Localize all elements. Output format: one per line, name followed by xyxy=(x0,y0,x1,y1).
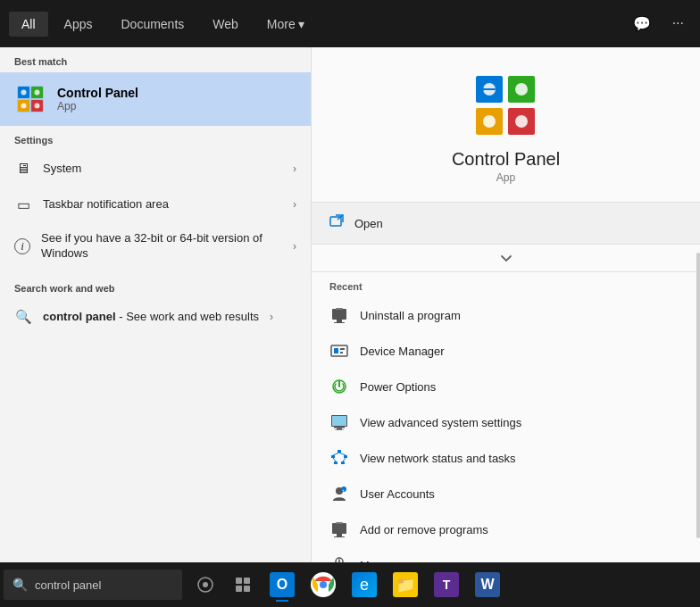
svg-rect-35 xyxy=(331,455,335,458)
best-match-title: Control Panel xyxy=(57,86,138,100)
settings-item-system-label: System xyxy=(43,162,282,177)
taskbar-app-teams[interactable]: T xyxy=(427,565,466,604)
svg-rect-46 xyxy=(332,523,346,534)
search-action: See work and web results xyxy=(126,310,259,323)
taskbar-app-outlook[interactable]: O xyxy=(262,565,302,604)
search-work-section: Search work and web 🔍 control panel - Se… xyxy=(0,274,311,335)
right-panel-wrapper: Control Panel App Open xyxy=(311,47,700,580)
svg-rect-24 xyxy=(331,345,347,356)
open-label: Open xyxy=(354,217,383,230)
svg-rect-62 xyxy=(236,586,242,592)
chevron-right-icon-3: › xyxy=(293,240,296,253)
taskbar-search-text: control panel xyxy=(35,578,101,592)
taskbar-search-button[interactable] xyxy=(188,567,223,603)
best-match-item[interactable]: Control Panel App xyxy=(0,72,311,126)
tab-more[interactable]: More ▾ xyxy=(254,12,317,37)
svg-point-65 xyxy=(320,581,327,588)
feedback-icon[interactable]: 💬 xyxy=(626,12,658,36)
svg-rect-22 xyxy=(337,320,342,322)
taskbar-app-word[interactable]: W xyxy=(468,565,507,604)
system-icon: 🖥 xyxy=(14,160,32,178)
recent-item-power-options-label: Power Options xyxy=(360,380,436,394)
recent-item-uninstall-label: Uninstall a program xyxy=(360,309,461,322)
svg-rect-26 xyxy=(340,348,345,350)
search-icon: 🔍 xyxy=(14,308,32,326)
tab-web[interactable]: Web xyxy=(200,12,251,37)
device-manager-icon xyxy=(329,341,349,361)
tab-documents[interactable]: Documents xyxy=(108,12,196,37)
search-work-item[interactable]: 🔍 control panel - See work and web resul… xyxy=(0,299,311,335)
taskbar-icon: ▭ xyxy=(14,195,32,213)
cp-big-icon xyxy=(474,74,538,138)
taskbar-app-edge[interactable]: e xyxy=(345,565,384,604)
top-nav: All Apps Documents Web More ▾ 💬 ··· xyxy=(0,0,700,47)
uninstall-icon xyxy=(329,305,349,325)
svg-point-7 xyxy=(21,104,27,109)
settings-items: 🖥 System › ▭ Taskbar notification area ›… xyxy=(0,151,311,270)
taskbar-taskview-button[interactable] xyxy=(225,567,261,603)
svg-rect-27 xyxy=(340,352,343,353)
recent-item-add-remove-label: Add or remove programs xyxy=(360,523,488,536)
recent-item-advanced-system[interactable]: View advanced system settings xyxy=(312,404,700,440)
recent-item-network-status-label: View network status and tasks xyxy=(360,452,516,465)
settings-item-system[interactable]: 🖥 System › xyxy=(0,151,311,187)
svg-point-8 xyxy=(35,104,40,109)
info-icon: i xyxy=(14,238,30,254)
svg-rect-36 xyxy=(344,455,347,458)
svg-rect-37 xyxy=(334,461,338,464)
taskbar-app-chrome[interactable] xyxy=(304,565,343,604)
settings-item-taskbar[interactable]: ▭ Taskbar notification area › xyxy=(0,187,311,222)
open-button[interactable]: Open xyxy=(312,203,700,245)
settings-item-taskbar-label: Taskbar notification area xyxy=(43,197,282,212)
svg-rect-47 xyxy=(336,522,343,524)
recent-item-uninstall[interactable]: Uninstall a program xyxy=(312,297,700,333)
recent-item-add-remove[interactable]: Add or remove programs xyxy=(312,511,700,547)
svg-point-5 xyxy=(21,90,27,96)
svg-rect-38 xyxy=(341,461,345,464)
chevron-right-icon-4: › xyxy=(270,311,273,323)
cp-header: Control Panel App xyxy=(312,47,700,203)
network-status-icon xyxy=(329,448,349,468)
recent-item-device-manager[interactable]: Device Manager xyxy=(312,333,700,369)
recent-label: Recent xyxy=(312,272,700,297)
add-remove-icon xyxy=(329,520,349,539)
svg-rect-63 xyxy=(244,586,250,592)
collapse-button[interactable] xyxy=(312,245,700,272)
svg-rect-23 xyxy=(334,322,345,323)
scrollbar[interactable] xyxy=(696,253,700,538)
search-work-label: Search work and web xyxy=(0,274,311,299)
svg-text:+: + xyxy=(342,487,345,493)
outlook-active-indicator xyxy=(276,600,288,602)
cp-title: Control Panel xyxy=(452,149,560,170)
svg-rect-21 xyxy=(336,308,343,310)
tab-all[interactable]: All xyxy=(9,12,48,37)
recent-item-device-manager-label: Device Manager xyxy=(360,345,445,358)
svg-rect-30 xyxy=(332,416,346,426)
cp-subtitle: App xyxy=(496,171,515,184)
recent-item-advanced-system-label: View advanced system settings xyxy=(360,416,521,429)
taskbar: 🔍 control panel O xyxy=(0,562,700,607)
taskbar-app-explorer[interactable]: 📁 xyxy=(386,565,425,604)
recent-item-user-accounts[interactable]: + User Accounts xyxy=(312,476,700,511)
recent-item-network-status[interactable]: View network status and tasks xyxy=(312,440,700,476)
recent-section: Recent Uninstall a program Device Manage… xyxy=(312,272,700,580)
svg-rect-20 xyxy=(332,309,346,320)
taskbar-search-icon: 🔍 xyxy=(12,578,28,592)
svg-rect-49 xyxy=(334,536,345,537)
recent-item-power-options[interactable]: Power Options xyxy=(312,369,700,404)
tab-apps[interactable]: Apps xyxy=(52,12,105,37)
best-match-label: Best match xyxy=(0,47,311,72)
control-panel-icon xyxy=(14,83,46,115)
settings-item-bitversion[interactable]: i See if you have a 32-bit or 64-bit ver… xyxy=(0,222,311,270)
advanced-system-icon xyxy=(329,412,349,432)
svg-rect-61 xyxy=(244,578,250,584)
power-options-icon xyxy=(329,377,349,396)
taskbar-search[interactable]: 🔍 control panel xyxy=(4,570,182,600)
svg-line-41 xyxy=(333,458,336,461)
chevron-right-icon: › xyxy=(293,162,296,175)
search-sep: - xyxy=(116,310,127,323)
open-icon xyxy=(329,213,346,233)
svg-rect-33 xyxy=(335,430,344,431)
more-options-icon[interactable]: ··· xyxy=(665,12,691,36)
recent-item-user-accounts-label: User Accounts xyxy=(360,487,435,501)
